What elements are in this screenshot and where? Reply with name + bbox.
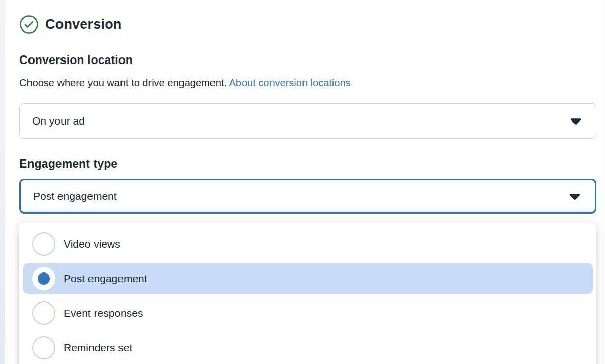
option-label: Reminders set [64,342,132,354]
conversion-location-value: On your ad [32,115,85,127]
engagement-type-label: Engagement type [19,157,596,171]
conversion-location-label: Conversion location [19,53,596,67]
option-post-engagement[interactable]: Post engagement [23,263,593,294]
radio-selected-icon [32,267,55,290]
option-label: Video views [64,238,120,250]
conversion-location-description: Choose where you want to drive engagemen… [19,76,596,89]
radio-unselected-icon [32,301,55,325]
option-label: Post engagement [64,272,147,285]
option-reminders-set[interactable]: Reminders set [23,332,593,363]
description-text: Choose where you want to drive engagemen… [19,77,227,88]
radio-unselected-icon [32,232,55,256]
about-conversion-locations-link[interactable]: About conversion locations [229,77,350,88]
section-title: Conversion [45,17,122,33]
check-circle-icon [19,15,39,34]
chevron-down-icon [569,194,581,200]
conversion-location-select[interactable]: On your ad [19,103,596,139]
page-background: Conversion Conversion location Choose wh… [0,0,605,364]
radio-unselected-icon [32,336,55,359]
option-event-responses[interactable]: Event responses [23,298,593,328]
engagement-type-dropdown: Video views Post engagement Event respon… [19,222,596,364]
engagement-type-value: Post engagement [33,190,117,202]
page-left-gutter [0,0,5,364]
chevron-down-icon [570,118,582,125]
option-label: Event responses [64,307,143,319]
option-video-views[interactable]: Video views [23,229,593,259]
engagement-type-select[interactable]: Post engagement [19,179,596,214]
section-header: Conversion [19,14,596,35]
page-right-gutter [603,0,605,364]
